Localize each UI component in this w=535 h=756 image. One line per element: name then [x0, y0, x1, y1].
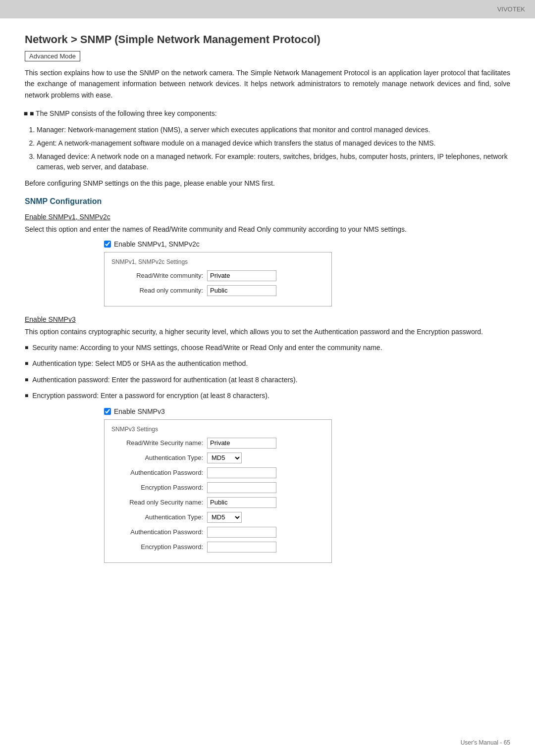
- bullet-icon-2: ■: [25, 375, 28, 385]
- snmpv3-bullets: ■ Security name: According to your NMS s…: [25, 342, 510, 402]
- snmpv3-ro-security-label: Read only Security name:: [111, 499, 203, 506]
- snmpv1-rw-community-row: Read/Write community:: [111, 270, 324, 281]
- page-container: VIVOTEK Network > SNMP (Simple Network M…: [0, 0, 535, 756]
- numbered-item-3: Managed device: A network node on a mana…: [37, 151, 510, 172]
- numbered-components-list: Manager: Network-management station (NMS…: [37, 125, 510, 172]
- snmpv1-rw-input[interactable]: [207, 270, 276, 281]
- snmpv1-title: Enable SNMPv1, SNMPv2c: [25, 213, 510, 221]
- snmpv1-section: Enable SNMPv1, SNMPv2c Select this optio…: [25, 213, 510, 306]
- snmpv1-ro-community-row: Read only community:: [111, 285, 324, 296]
- numbered-item-2: Agent: A network-management software mod…: [37, 138, 510, 149]
- bullet-icon-3: ■: [25, 391, 28, 401]
- snmpv3-ro-auth-pw-row: Authentication Password:: [111, 527, 324, 538]
- snmpv1-checkbox[interactable]: [104, 241, 111, 248]
- snmpv3-ro-security-row: Read only Security name:: [111, 497, 324, 508]
- page-title: Network > SNMP (Simple Network Managemen…: [25, 33, 510, 46]
- snmpv3-rw-security-label: Read/Write Security name:: [111, 439, 203, 447]
- snmpv3-ro-auth-pw-label: Authentication Password:: [111, 528, 203, 536]
- snmpv3-rw-auth-type-label: Authentication Type:: [111, 454, 203, 461]
- snmpv3-settings-title: SNMPv3 Settings: [111, 426, 324, 433]
- snmpv3-rw-auth-pw-row: Authentication Password:: [111, 467, 324, 478]
- bullet-icon-0: ■: [25, 343, 28, 353]
- snmpv3-checkbox-row[interactable]: Enable SNMPv3: [104, 407, 510, 415]
- numbered-item-1: Manager: Network-management station (NMS…: [37, 125, 510, 135]
- snmpv3-ro-security-input[interactable]: [207, 497, 276, 508]
- snmpv3-ro-enc-pw-row: Encryption Password:: [111, 542, 324, 553]
- snmpv3-bullet-3: ■ Encryption password: Enter a password …: [25, 390, 510, 401]
- advanced-mode-button[interactable]: Advanced Mode: [25, 51, 80, 61]
- snmpv3-checkbox[interactable]: [104, 408, 111, 415]
- snmpv1-ro-label: Read only community:: [111, 287, 203, 294]
- snmpv1-ro-input[interactable]: [207, 285, 276, 296]
- snmpv1-rw-label: Read/Write community:: [111, 272, 203, 279]
- bullet-intro-item: ■ The SNMP consists of the following thr…: [30, 108, 510, 119]
- snmpv3-bullet-1: ■ Authentication type: Select MD5 or SHA…: [25, 358, 510, 369]
- snmpv3-rw-security-row: Read/Write Security name:: [111, 438, 324, 449]
- snmpv1-checkbox-row[interactable]: Enable SNMPv1, SNMPv2c: [104, 240, 510, 248]
- header-bar: VIVOTEK: [0, 0, 535, 18]
- snmpv1-checkbox-label: Enable SNMPv1, SNMPv2c: [114, 240, 200, 248]
- bullet-icon-1: ■: [25, 359, 28, 368]
- snmpv3-bullet-2: ■ Authentication password: Enter the pas…: [25, 374, 510, 385]
- snmpv3-description: This option contains cryptographic secur…: [25, 326, 510, 337]
- brand-label: VIVOTEK: [497, 5, 525, 13]
- snmpv1-description: Select this option and enter the names o…: [25, 224, 510, 235]
- snmpv3-rw-enc-pw-label: Encryption Password:: [111, 484, 203, 491]
- snmpv3-rw-enc-pw-input[interactable]: [207, 482, 276, 493]
- snmpv3-rw-auth-type-row: Authentication Type: MD5 SHA: [111, 453, 324, 463]
- snmpv3-ro-enc-pw-label: Encryption Password:: [111, 543, 203, 551]
- snmpv3-rw-auth-type-select[interactable]: MD5 SHA: [207, 453, 242, 463]
- snmpv3-bullet-0: ■ Security name: According to your NMS s…: [25, 342, 510, 353]
- snmpv3-ro-auth-type-select[interactable]: MD5 SHA: [207, 512, 242, 523]
- before-config-note: Before configuring SNMP settings on the …: [25, 179, 510, 187]
- snmp-config-section: SNMP Configuration Enable SNMPv1, SNMPv2…: [25, 197, 510, 562]
- snmpv3-rw-security-input[interactable]: [207, 438, 276, 449]
- intro-paragraph: This section explains how to use the SNM…: [25, 67, 510, 101]
- bullet-icon: ■: [30, 109, 36, 117]
- snmpv1-settings-box: SNMPv1, SNMPv2c Settings Read/Write comm…: [104, 252, 332, 306]
- snmpv3-ro-auth-pw-input[interactable]: [207, 527, 276, 538]
- snmp-config-title: SNMP Configuration: [25, 197, 510, 206]
- snmpv1-settings-title: SNMPv1, SNMPv2c Settings: [111, 258, 324, 265]
- snmpv3-section: Enable SNMPv3 This option contains crypt…: [25, 315, 510, 563]
- snmpv3-rw-auth-pw-label: Authentication Password:: [111, 469, 203, 476]
- snmpv3-ro-enc-pw-input[interactable]: [207, 542, 276, 553]
- snmpv3-rw-enc-pw-row: Encryption Password:: [111, 482, 324, 493]
- snmpv3-title: Enable SNMPv3: [25, 315, 510, 323]
- snmpv3-settings-box: SNMPv3 Settings Read/Write Security name…: [104, 419, 332, 563]
- snmpv3-rw-auth-pw-input[interactable]: [207, 467, 276, 478]
- snmpv3-ro-auth-type-row: Authentication Type: MD5 SHA: [111, 512, 324, 523]
- main-content: Network > SNMP (Simple Network Managemen…: [0, 18, 535, 601]
- snmpv3-checkbox-label: Enable SNMPv3: [114, 407, 165, 415]
- key-components-list: ■ The SNMP consists of the following thr…: [30, 108, 510, 119]
- snmpv3-ro-auth-type-label: Authentication Type:: [111, 513, 203, 521]
- footer-page-label: User's Manual - 65: [461, 739, 510, 746]
